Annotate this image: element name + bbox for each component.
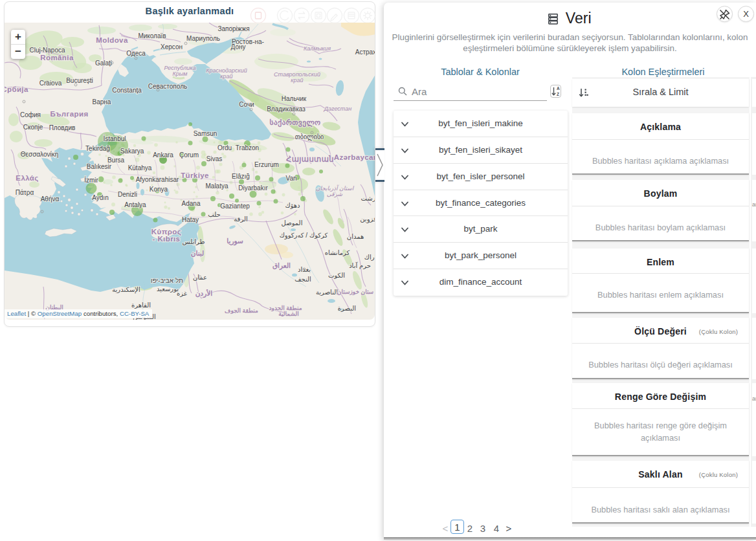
svg-text:طرابلس: طرابلس xyxy=(182,238,205,245)
svg-text:Србија: Србија xyxy=(5,85,28,93)
svg-text:الناصرية: الناصرية xyxy=(316,289,338,296)
svg-text:بغداد: بغداد xyxy=(298,266,311,273)
svg-text:İzmir: İzmir xyxy=(84,176,98,184)
svg-text:كرمانشاه: كرمانشاه xyxy=(325,249,350,256)
svg-text:Αθήνα: Αθήνα xyxy=(41,195,60,203)
svg-text:Kütahya: Kütahya xyxy=(128,164,152,171)
svg-text:حلب: حلب xyxy=(208,211,220,218)
svg-text:Θεσσαλονίκη: Θεσσαλονίκη xyxy=(21,151,59,158)
svg-text:Скопје: Скопје xyxy=(23,124,43,131)
svg-text:თბილისი: თბილისი xyxy=(295,133,324,141)
svg-text:Diyarbakır: Diyarbakır xyxy=(238,184,268,192)
svg-text:حرم آباد: حرم آباد xyxy=(349,261,371,269)
svg-text:София: София xyxy=(20,111,41,118)
svg-text:Калмыкия: Калмыкия xyxy=(304,45,331,52)
svg-text:Erzurum: Erzurum xyxy=(254,161,279,168)
svg-text:الشمالية: الشمالية xyxy=(278,311,299,317)
svg-text:Запоріжжя: Запоріжжя xyxy=(217,25,249,32)
svg-text:Galați: Galați xyxy=(95,60,112,67)
svg-text:Нальчик: Нальчик xyxy=(282,95,307,102)
svg-text:البصرة: البصرة xyxy=(338,305,356,312)
svg-text:Sakarya: Sakarya xyxy=(120,148,144,155)
svg-text:Tekirdağ: Tekirdağ xyxy=(85,145,110,152)
svg-text:همدان: همدان xyxy=(347,233,364,240)
svg-text:دهۆك: دهۆك xyxy=(285,202,300,209)
svg-text:Z: Z xyxy=(557,92,559,96)
svg-text:الرقة: الرقة xyxy=(234,215,247,223)
svg-text:Constanța: Constanța xyxy=(112,87,142,94)
svg-text:Aydın: Aydın xyxy=(92,194,108,201)
svg-text:Afyonkarahisar: Afyonkarahisar xyxy=(136,176,179,183)
svg-text:Konya: Konya xyxy=(150,186,168,193)
svg-text:край: край xyxy=(220,73,232,80)
svg-text:اراك: اراك xyxy=(364,254,375,261)
svg-text:Craiova: Craiova xyxy=(39,80,62,87)
svg-text:İstanbul: İstanbul xyxy=(103,135,126,142)
svg-text:Türkiye: Türkiye xyxy=(181,171,209,179)
svg-text:Balıkesir: Balıkesir xyxy=(87,163,112,170)
svg-text:Ελλάς: Ελλάς xyxy=(16,174,38,182)
svg-text:Пловдив: Пловдив xyxy=(49,124,76,131)
svg-text:ستان خوزستان: ستان خوزستان xyxy=(337,289,373,296)
svg-text:لبنان: لبنان xyxy=(191,249,204,258)
svg-text:Sivas: Sivas xyxy=(206,155,222,162)
svg-text:България: България xyxy=(50,110,88,118)
svg-text:بورسعيد: بورسعيد xyxy=(157,285,179,293)
svg-text:România: România xyxy=(40,54,74,61)
svg-text:Հայաստան: Հայաստան xyxy=(286,155,334,164)
svg-text:Астрахань: Астрахань xyxy=(355,49,375,56)
svg-text:București: București xyxy=(66,77,93,84)
svg-text:Дону: Дону xyxy=(231,43,246,50)
svg-text:العراق: العراق xyxy=(272,261,291,270)
svg-text:Херсон: Херсон xyxy=(161,43,183,50)
svg-text:Gaziantep: Gaziantep xyxy=(220,203,250,210)
svg-text:النجف: النجف xyxy=(295,276,311,283)
svg-text:תל אביב-יפו: תל אביב-יפו xyxy=(151,277,183,284)
svg-text:Πάτρα: Πάτρα xyxy=(16,189,34,196)
svg-text:- Kıbrıs: - Kıbrıs xyxy=(153,235,181,243)
svg-text:القاهرة: القاهرة xyxy=(131,302,151,309)
svg-text:Дагестан: Дагестан xyxy=(324,105,351,112)
svg-text:Владикавказ: Владикавказ xyxy=(267,105,306,113)
svg-text:منطقة الجوف: منطقة الجوف xyxy=(225,307,258,315)
svg-text:Крым: Крым xyxy=(172,71,187,77)
svg-text:Trabzon: Trabzon xyxy=(236,144,259,151)
svg-text:Van: Van xyxy=(285,175,296,182)
svg-text:Çorum: Çorum xyxy=(179,151,199,159)
svg-text:Миколаїв: Миколаїв xyxy=(138,32,166,39)
svg-text:كركوك / كه‌ركووك: كركوك / كه‌ركووك xyxy=(280,232,328,239)
svg-text:Samsun: Samsun xyxy=(194,130,217,137)
svg-text:Севастополь: Севастополь xyxy=(148,83,187,90)
svg-text:عمان: عمان xyxy=(193,274,207,281)
svg-text:شرقى: شرقى xyxy=(327,191,343,198)
svg-text:Hatay: Hatay xyxy=(182,216,199,223)
svg-text:الإسكندرية: الإسكندرية xyxy=(112,286,140,294)
svg-text:Ankara: Ankara xyxy=(153,151,173,159)
svg-text:الموصل: الموصل xyxy=(282,219,303,226)
svg-text:Ordu: Ordu xyxy=(217,144,232,151)
svg-text:край: край xyxy=(291,77,303,83)
svg-text:Denizli: Denizli xyxy=(118,191,137,198)
svg-text:Сочи: Сочи xyxy=(239,101,254,108)
svg-text:Malatya: Malatya xyxy=(205,182,228,190)
svg-text:Adana: Adana xyxy=(182,200,201,207)
svg-text:Azərbaycan: Azərbaycan xyxy=(334,153,375,161)
svg-text:Одеса: Одеса xyxy=(126,50,146,57)
svg-text:Elâzığ: Elâzığ xyxy=(232,173,250,180)
svg-text:Варна: Варна xyxy=(93,98,111,105)
svg-text:رشت: رشت xyxy=(361,195,375,202)
svg-text:Cluj-Napoca: Cluj-Napoca xyxy=(29,47,65,54)
svg-text:الكوت: الكوت xyxy=(328,272,345,279)
svg-text:A: A xyxy=(557,86,560,91)
svg-text:الأردن: الأردن xyxy=(195,289,212,298)
svg-text:سوريا: سوريا xyxy=(227,237,243,246)
svg-text:Мариуполь: Мариуполь xyxy=(186,35,220,42)
svg-text:Moldova: Moldova xyxy=(96,36,128,44)
svg-text:საქართველო: საქართველო xyxy=(270,118,321,127)
svg-text:قزوين: قزوين xyxy=(360,215,375,223)
svg-text:Antalya: Antalya xyxy=(124,201,146,208)
